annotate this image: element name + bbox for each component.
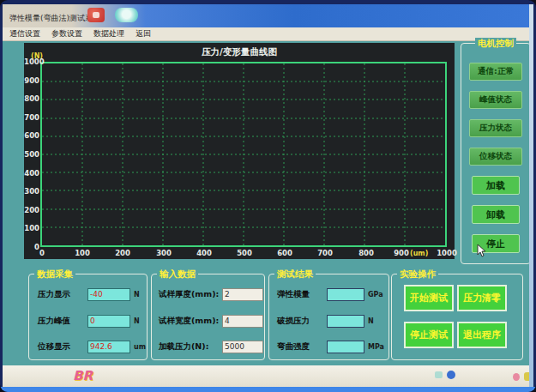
x-tick-label: 500 [232, 249, 257, 257]
sample-width-input[interactable]: 4 [222, 315, 263, 328]
stop-test-button[interactable]: 停止测试 [404, 322, 454, 348]
tray-blue-icon[interactable] [447, 371, 455, 379]
screen-edge-glare [529, 4, 533, 387]
load-pressure-label: 加载压力(N): [159, 341, 222, 353]
experiment-panel-title: 实验操作 [397, 268, 438, 280]
status-button-pressure[interactable]: 压力状态 [469, 119, 522, 137]
menu-item-data-processing[interactable]: 数据处理 [93, 28, 124, 39]
pressure-zero-button[interactable]: 压力清零 [457, 285, 507, 311]
test-results-panel: 测试结果 弹性模量 GPa 破损压力 N 弯曲强度 MPa [268, 274, 389, 360]
y-tick-label: 900 [24, 76, 39, 85]
mouse-cursor-icon [477, 244, 487, 257]
menu-bar: 通信设置 参数设置 数据处理 返回 [3, 27, 533, 41]
breaking-pressure-unit: N [368, 317, 374, 325]
breaking-pressure-field[interactable] [327, 315, 364, 328]
pressure-display-field[interactable]: -40 [87, 288, 130, 301]
x-tick-label: 400 [191, 249, 217, 257]
y-tick-label: 800 [24, 94, 39, 103]
x-tick-label: 600 [272, 249, 298, 257]
plot-region [40, 62, 447, 247]
status-button-displacement[interactable]: 位移状态 [469, 148, 522, 166]
displacement-display-label: 位移显示 [38, 341, 87, 353]
y-tick-label: 1000 [24, 57, 39, 66]
red-app-icon[interactable] [87, 8, 105, 22]
sample-thickness-label: 试样厚度(mm): [159, 289, 222, 300]
status-button-peak[interactable]: 峰值状态 [469, 91, 522, 109]
data-acquisition-title: 数据采集 [34, 268, 75, 280]
chart-title: 压力/变形量曲线图 [24, 46, 455, 58]
start-test-button[interactable]: 开始测试 [404, 285, 454, 311]
chart-area: 压力/变形量曲线图 (N) (um) [24, 43, 455, 259]
data-acquisition-panel: 数据采集 压力显示 -40 N 压力峰值 0 N 位移显示 942.6 um [28, 274, 148, 360]
x-tick-label: 900 [388, 249, 414, 257]
x-tick-label: 300 [151, 249, 177, 257]
app-main: 压力/变形量曲线图 (N) (um) [3, 41, 533, 365]
pressure-peak-field[interactable]: 0 [87, 315, 130, 328]
x-tick-label: 200 [110, 249, 136, 257]
pressure-display-label: 压力显示 [38, 289, 87, 300]
menu-item-parameter-settings[interactable]: 参数设置 [51, 28, 82, 39]
experiment-operation-panel: 实验操作 开始测试 压力清零 停止测试 退出程序 [391, 274, 523, 360]
chart-grid [42, 63, 445, 245]
sample-width-label: 试样宽度(mm): [159, 316, 222, 327]
bending-strength-field[interactable] [327, 341, 364, 353]
y-tick-label: 200 [24, 206, 39, 214]
bending-strength-unit: MPa [368, 343, 384, 351]
breaking-pressure-label: 破损压力 [277, 316, 327, 327]
exit-program-button[interactable]: 退出程序 [457, 322, 507, 348]
pressure-display-unit: N [134, 291, 140, 299]
window-title-bar: 弹性模量(弯曲法)测试系统 [3, 4, 533, 27]
bending-strength-label: 弯曲强度 [277, 341, 327, 353]
x-tick-label: 1000 [434, 249, 460, 257]
unload-button[interactable]: 卸载 [472, 205, 520, 224]
y-tick-label: 100 [24, 224, 39, 232]
test-results-title: 测试结果 [274, 268, 316, 280]
status-button-communication[interactable]: 通信:正常 [469, 63, 522, 81]
y-tick-label: 600 [24, 131, 39, 140]
y-tick-label: 400 [24, 169, 39, 178]
elastic-modulus-unit: GPa [368, 291, 383, 299]
elastic-modulus-field[interactable] [327, 288, 364, 301]
motor-panel-title: 电机控制 [475, 38, 516, 49]
taskbar: BR [3, 365, 533, 387]
pressure-peak-label: 压力峰值 [38, 316, 87, 327]
motor-control-panel: 电机控制 通信:正常 峰值状态 压力状态 位移状态 加载 卸载 停止 [461, 43, 531, 264]
sample-thickness-input[interactable]: 2 [222, 288, 263, 301]
y-tick-label: 500 [24, 150, 39, 159]
menu-item-communication-settings[interactable]: 通信设置 [9, 28, 40, 39]
x-tick-label: 800 [353, 249, 379, 257]
menu-item-back[interactable]: 返回 [136, 28, 151, 39]
y-tick-label: 700 [24, 113, 39, 122]
x-tick-label: 0 [29, 249, 55, 257]
photo-bottom-edge [0, 387, 536, 392]
load-pressure-input[interactable]: 5000 [222, 341, 263, 353]
tray-pink-icon[interactable] [513, 373, 520, 381]
x-tick-label: 700 [312, 249, 338, 257]
displacement-display-unit: um [134, 343, 146, 351]
colorful-logo-icon: BR [73, 368, 93, 383]
teal-cloud-icon[interactable] [115, 8, 138, 22]
elastic-modulus-label: 弹性模量 [277, 289, 327, 300]
displacement-display-field[interactable]: 942.6 [87, 341, 130, 353]
screen-photo: 弹性模量(弯曲法)测试系统 通信设置 参数设置 数据处理 返回 压力/变形量曲线… [0, 0, 536, 392]
x-tick-label: 100 [69, 249, 95, 257]
input-data-title: 输入数据 [157, 268, 198, 280]
pressure-peak-unit: N [134, 317, 140, 325]
load-button[interactable]: 加载 [472, 176, 520, 195]
tray-teal-icon[interactable] [435, 371, 443, 378]
y-tick-label: 300 [24, 187, 39, 196]
input-data-panel: 输入数据 试样厚度(mm): 2 试样宽度(mm): 4 加载压力(N): 50… [151, 274, 265, 360]
